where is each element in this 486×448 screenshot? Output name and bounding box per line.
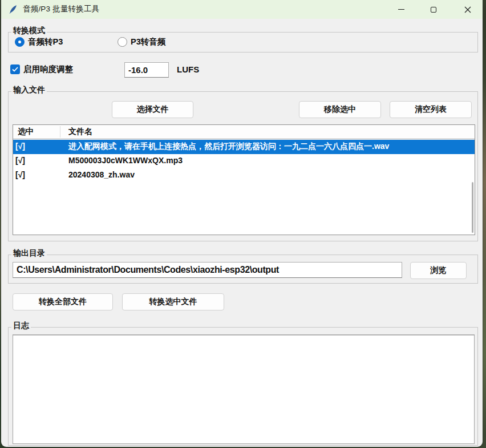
row-filename: 进入配网模式，请在手机上连接热点，然后打开浏览器访问：一九二点一六八点四点一.w… [68,142,389,152]
row-checkmark: [√] [15,142,25,151]
table-header[interactable]: 选中 文件名 [13,125,475,139]
radio-label: P3转音频 [131,37,165,47]
column-header-checked[interactable]: 选中 [18,127,34,137]
loudness-label: 启用响度调整 [23,64,73,75]
browse-button[interactable]: 浏览 [410,262,467,279]
maximize-button[interactable] [420,0,447,19]
lufs-unit-label: LUFS [177,64,199,74]
radio-p3-to-audio[interactable]: P3转音频 [118,37,165,47]
table-row[interactable]: [√] M500003J0cWK1WWxQX.mp3 [13,154,475,168]
lufs-input[interactable]: -16.0 [124,62,169,78]
log-area[interactable] [13,334,475,444]
row-checkmark: [√] [15,170,25,179]
table-row[interactable]: [√] 进入配网模式，请在手机上连接热点，然后打开浏览器访问：一九二点一六八点四… [13,140,475,154]
window-title: 音频/P3 批量转换工具 [23,4,99,14]
column-header-filename[interactable]: 文件名 [68,127,92,137]
minimize-button[interactable] [388,0,414,19]
convert-all-button[interactable]: 转换全部文件 [13,293,113,310]
remove-selected-button[interactable]: 移除选中 [299,101,381,118]
radio-label: 音频转P3 [28,37,63,47]
close-icon [464,6,471,13]
mode-groupbox: 转换模式 音频转P3 P3转音频 [8,32,478,53]
file-table: 选中 文件名 [√] 进入配网模式，请在手机上连接热点，然后打开浏览器访问：一九… [13,124,475,235]
radio-unselected-icon [118,37,127,47]
column-separator[interactable] [60,126,60,138]
row-filename: M500003J0cWK1WWxQX.mp3 [68,156,183,165]
clear-list-button[interactable]: 清空列表 [390,101,472,118]
vertical-scrollbar[interactable] [472,182,473,233]
table-row[interactable]: [√] 20240308_zh.wav [13,168,475,183]
loudness-checkbox[interactable]: 启用响度调整 [10,64,73,75]
row-filename: 20240308_zh.wav [68,170,135,179]
output-path-input[interactable]: C:\Users\Administrator\Documents\Codes\x… [13,262,402,278]
app-window: 音频/P3 批量转换工具 转换模式 音频转P3 P3转音频 启用响度调整 -16… [1,0,483,447]
radio-selected-icon [15,37,25,47]
output-group-label: 输出目录 [11,248,47,257]
row-checkmark: [√] [15,156,25,165]
title-bar[interactable]: 音频/P3 批量转换工具 [1,0,483,19]
checkbox-checked-icon [10,64,20,74]
select-files-button[interactable]: 选择文件 [112,101,193,118]
maximize-icon [431,7,436,13]
mode-group-label: 转换模式 [11,26,47,35]
desktop: { "window": { "title": "音频/P3 批量转换工具" },… [0,0,486,448]
radio-audio-to-p3[interactable]: 音频转P3 [15,37,63,47]
log-group-label: 日志 [11,321,31,330]
input-group-label: 输入文件 [11,85,47,94]
close-button[interactable] [455,0,481,19]
convert-selected-button[interactable]: 转换选中文件 [122,293,224,310]
python-feather-icon [9,5,18,14]
minimize-icon [398,9,404,10]
